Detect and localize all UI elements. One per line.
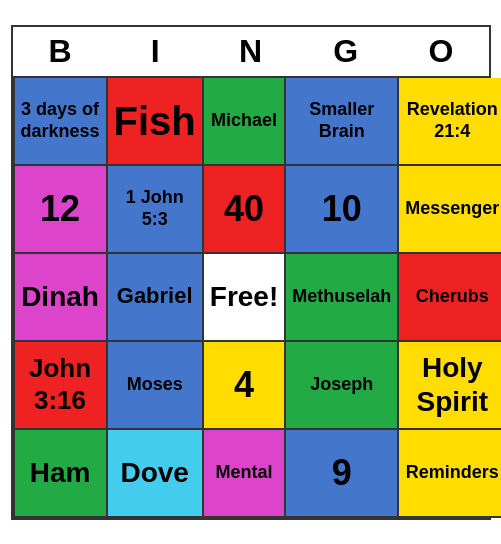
bingo-cell[interactable]: Fish <box>108 78 204 166</box>
bingo-cell[interactable]: Moses <box>108 342 204 430</box>
bingo-cell[interactable]: Joseph <box>286 342 399 430</box>
bingo-cell[interactable]: Methuselah <box>286 254 399 342</box>
bingo-cell[interactable]: Revelation 21:4 <box>399 78 501 166</box>
header-letter: I <box>108 27 203 76</box>
bingo-cell[interactable]: Reminders <box>399 430 501 518</box>
bingo-cell[interactable]: 10 <box>286 166 399 254</box>
header-letter: B <box>13 27 108 76</box>
bingo-cell[interactable]: Mental <box>204 430 286 518</box>
bingo-cell[interactable]: 1 John 5:3 <box>108 166 204 254</box>
bingo-cell[interactable]: 9 <box>286 430 399 518</box>
bingo-cell[interactable]: Messenger <box>399 166 501 254</box>
bingo-grid: 3 days of darknessFishMichaelSmaller Bra… <box>13 76 489 518</box>
bingo-cell[interactable]: Smaller Brain <box>286 78 399 166</box>
bingo-cell[interactable]: Ham <box>15 430 108 518</box>
bingo-cell[interactable]: Free! <box>204 254 286 342</box>
bingo-cell[interactable]: 12 <box>15 166 108 254</box>
bingo-cell[interactable]: 40 <box>204 166 286 254</box>
bingo-cell[interactable]: Dove <box>108 430 204 518</box>
bingo-cell[interactable]: Dinah <box>15 254 108 342</box>
bingo-cell[interactable]: 3 days of darkness <box>15 78 108 166</box>
bingo-cell[interactable]: John 3:16 <box>15 342 108 430</box>
header-letter: G <box>298 27 393 76</box>
bingo-cell[interactable]: Gabriel <box>108 254 204 342</box>
bingo-cell[interactable]: Cherubs <box>399 254 501 342</box>
header-letter: N <box>203 27 298 76</box>
bingo-card: BINGO 3 days of darknessFishMichaelSmall… <box>11 25 491 520</box>
bingo-cell[interactable]: Holy Spirit <box>399 342 501 430</box>
bingo-header: BINGO <box>13 27 489 76</box>
bingo-cell[interactable]: Michael <box>204 78 286 166</box>
header-letter: O <box>393 27 488 76</box>
bingo-cell[interactable]: 4 <box>204 342 286 430</box>
